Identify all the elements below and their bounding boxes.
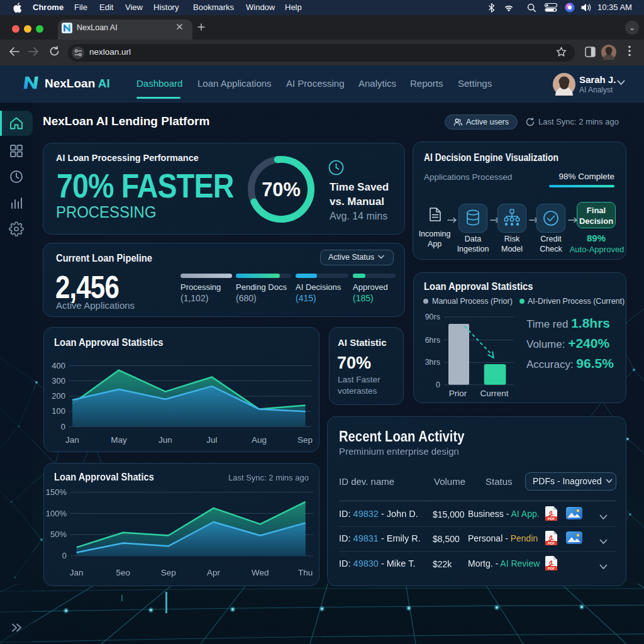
svg-text:Wed: Wed	[252, 568, 269, 577]
svg-text:Prior: Prior	[449, 389, 467, 398]
svg-text:May: May	[111, 435, 127, 445]
svg-text:3hrs: 3hrs	[425, 358, 440, 367]
svg-text:Thu: Thu	[298, 568, 313, 577]
svg-text:300: 300	[52, 376, 65, 386]
svg-text:Sep: Sep	[297, 435, 313, 445]
svg-text:Jul: Jul	[206, 435, 217, 445]
svg-text:50%: 50%	[50, 530, 67, 539]
svg-text:90rs: 90rs	[425, 313, 440, 321]
svg-text:Current: Current	[480, 389, 508, 398]
svg-text:0: 0	[62, 551, 67, 560]
svg-text:PDF: PDF	[548, 517, 555, 521]
svg-text:5eo: 5eo	[116, 568, 131, 577]
svg-text:0: 0	[61, 422, 65, 431]
svg-text:0: 0	[436, 380, 440, 389]
svg-text:150%: 150%	[46, 487, 67, 497]
svg-text:Jan: Jan	[65, 435, 79, 445]
svg-text:Jan: Jan	[70, 568, 84, 577]
svg-text:PDF: PDF	[548, 567, 555, 570]
svg-text:Aug: Aug	[252, 435, 267, 445]
svg-text:400: 400	[52, 361, 65, 370]
svg-text:6hrs: 6hrs	[425, 336, 440, 345]
svg-text:200: 200	[52, 391, 65, 401]
svg-text:Apr: Apr	[207, 568, 221, 577]
svg-text:70%: 70%	[262, 179, 300, 201]
svg-text:Sep: Sep	[161, 568, 176, 577]
svg-text:100%: 100%	[46, 509, 67, 518]
svg-text:100: 100	[52, 406, 65, 416]
svg-text:Jun: Jun	[158, 435, 172, 445]
svg-text:PDF: PDF	[548, 541, 555, 545]
